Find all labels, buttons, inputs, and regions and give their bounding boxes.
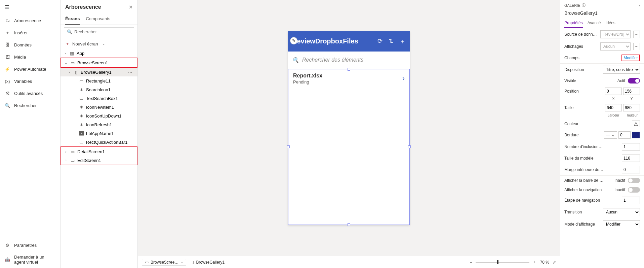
tree-node-iconrefresh[interactable]: ✶ IconRefresh1 <box>61 120 137 129</box>
border-style-select[interactable]: — ⌄ <box>604 131 617 139</box>
tab-components[interactable]: Composants <box>86 13 110 25</box>
tree-node-lblapp[interactable]: 🅰 LblAppName1 <box>61 129 137 138</box>
tree-search-input[interactable] <box>74 29 131 34</box>
nav-media[interactable]: 🖼 Média <box>0 51 60 63</box>
tree-node-iconsort[interactable]: ✶ IconSortUpDown1 <box>61 111 137 120</box>
add-icon[interactable]: ＋ <box>400 37 406 45</box>
scrollbar-toggle[interactable] <box>628 178 640 183</box>
prop-datasource-select[interactable]: ReviewDropbo… <box>600 30 631 38</box>
selection-handle[interactable] <box>348 223 350 226</box>
tree-view-panel: Arborescence ✕ Écrans Composants 🔍 ＋ Nou… <box>61 0 138 268</box>
visible-toggle[interactable] <box>628 78 640 83</box>
nav-power-automate[interactable]: ⚡ Power Automate <box>0 63 60 75</box>
tree-node-iconnew[interactable]: ✶ IconNewItem1 <box>61 103 137 111</box>
color-swatch[interactable] <box>632 121 640 127</box>
zoom-slider[interactable] <box>476 262 529 263</box>
prop-fields-label: Champs <box>564 56 619 60</box>
position-y-input[interactable] <box>623 88 640 95</box>
templatepadding-input[interactable] <box>622 166 640 173</box>
tree-node-label: RectQuickActionBar1 <box>86 140 128 145</box>
tree-node-browsescreen[interactable]: ⌄ ▭ BrowseScreen1 <box>61 58 137 67</box>
prop-transition-label: Transition <box>564 210 600 214</box>
tree-node-editscreen[interactable]: › ▭ EditScreen1 <box>61 156 137 165</box>
more-icon[interactable]: ⋯ <box>633 31 640 38</box>
nav-advanced-tools[interactable]: 🛠 Outils avancés <box>0 87 60 99</box>
tree-node-textsearch[interactable]: ▭ TextSearchBox1 <box>61 94 137 103</box>
expand-icon[interactable]: › <box>67 70 71 74</box>
gallery-item[interactable]: Report.xlsx Pending › <box>288 69 409 88</box>
zoom-out-icon[interactable]: − <box>470 260 472 265</box>
tree-node-label: IconNewItem1 <box>86 105 114 110</box>
tree-title: Arborescence <box>65 4 101 10</box>
tree-node-detailscreen[interactable]: › ▭ DetailScreen1 <box>61 147 137 156</box>
more-icon[interactable]: ⋯ <box>128 70 135 75</box>
breadcrumb-screen[interactable]: ▭ BrowseScree… ⌄ <box>142 259 186 266</box>
tree-node-label: IconRefresh1 <box>86 122 112 127</box>
fit-screen-icon[interactable]: ⤢ <box>553 260 556 265</box>
expand-icon[interactable]: › <box>64 150 68 154</box>
tree-node-app[interactable]: › ▦ App <box>61 49 137 58</box>
expand-icon[interactable]: › <box>64 159 68 162</box>
plus-icon: ＋ <box>65 41 70 47</box>
tools-icon: 🛠 <box>5 91 10 96</box>
nav-tree[interactable]: 🗂 Arborescence <box>0 14 60 27</box>
more-icon[interactable]: ⋯ <box>633 43 640 50</box>
collapse-icon[interactable]: ⌄ <box>64 61 68 65</box>
zoom-in-icon[interactable]: ＋ <box>533 259 537 265</box>
nav-insert[interactable]: ＋ Insérer <box>0 27 60 39</box>
nav-variables[interactable]: (x) Variables <box>0 75 60 87</box>
prop-visible-label: Visible <box>564 78 615 83</box>
refresh-icon[interactable]: ⟳ <box>377 37 383 45</box>
nav-data[interactable]: 🗄 Données <box>0 39 60 51</box>
tree-node-browsegallery[interactable]: › ▯ BrowseGallery1 ⋯ <box>61 68 137 76</box>
rect-icon: ▭ <box>79 140 84 144</box>
tree-node-rectangle[interactable]: ▭ Rectangle11 <box>61 76 137 85</box>
breadcrumb-control[interactable]: ▯ BrowseGallery1 <box>192 260 225 265</box>
tab-advanced[interactable]: Avancé <box>588 19 601 28</box>
app-searchbar[interactable]: 🔍 Rechercher des éléments <box>288 52 410 69</box>
tab-properties[interactable]: Propriétés <box>564 19 583 28</box>
nav-settings[interactable]: ⚙ Paramètres <box>0 239 60 251</box>
agent-icon: 🤖 <box>5 257 10 262</box>
position-x-input[interactable] <box>605 88 622 95</box>
nav-search[interactable]: 🔍 Rechercher <box>0 99 60 111</box>
sort-icon[interactable]: ⇅ <box>389 37 394 45</box>
new-screen-button[interactable]: ＋ Nouvel écran ⌄ <box>61 39 137 49</box>
edit-fields-link[interactable]: Modifier <box>621 55 640 61</box>
tab-screens[interactable]: Écrans <box>65 13 80 25</box>
expand-icon[interactable]: › <box>63 52 67 55</box>
chevron-down-icon[interactable]: ⌄ <box>180 260 183 264</box>
selection-handle[interactable] <box>348 68 350 71</box>
tree-search[interactable]: 🔍 <box>64 28 134 36</box>
tree-node-rectquick[interactable]: ▭ RectQuickActionBar1 <box>61 138 137 146</box>
tab-ideas[interactable]: Idées <box>606 19 615 28</box>
tree-node-searchicon[interactable]: ✶ SearchIcon1 <box>61 85 137 94</box>
width-input[interactable] <box>605 104 622 111</box>
displaymode-select[interactable]: Modifier <box>603 220 640 228</box>
chevron-right-icon[interactable]: › <box>402 74 405 83</box>
hamburger-icon[interactable]: ☰ <box>0 0 60 14</box>
height-input[interactable] <box>623 104 640 111</box>
selected-control-name: BrowseGallery1 <box>560 10 644 19</box>
prop-views-select[interactable]: Aucun <box>600 42 631 51</box>
search-placeholder: Rechercher des éléments <box>302 57 363 63</box>
templatesize-input[interactable] <box>622 155 640 162</box>
border-color-swatch[interactable] <box>632 132 640 138</box>
transition-select[interactable]: Aucun <box>603 208 640 216</box>
nav-var-label: Variables <box>14 79 32 84</box>
chevron-right-icon[interactable]: › <box>639 3 640 7</box>
prop-layout-select[interactable]: Titre, sous-titre et corps <box>603 66 640 74</box>
close-icon[interactable]: ✕ <box>129 4 133 10</box>
app-preview: ReviewDropboxFiles ⟳ ⇅ ＋ 🔍 Rechercher de… <box>288 31 410 225</box>
selection-handle[interactable] <box>287 145 290 148</box>
border-width-input[interactable] <box>618 131 631 139</box>
navstep-input[interactable] <box>622 197 640 204</box>
shownav-toggle[interactable] <box>628 187 640 193</box>
gallery-selection[interactable]: Report.xlsx Pending › <box>288 69 410 225</box>
edit-template-icon[interactable]: ✎ <box>290 37 297 44</box>
tree-icon: 🗂 <box>5 18 10 23</box>
wrapcount-input[interactable] <box>622 143 640 150</box>
help-icon[interactable]: ⓘ <box>582 3 586 8</box>
nav-virtual-agent[interactable]: 🤖 Demander à un agent virtuel <box>0 251 60 268</box>
selection-handle[interactable] <box>408 145 411 148</box>
